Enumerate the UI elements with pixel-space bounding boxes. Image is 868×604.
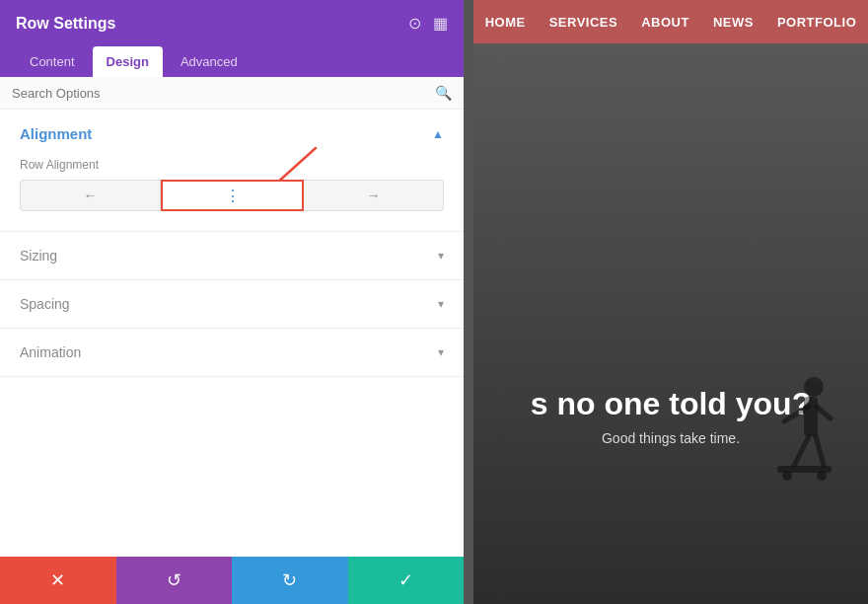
align-center-button[interactable]: ⋮ [161,180,304,211]
redo-button[interactable]: ↻ [232,557,348,604]
svg-point-8 [817,471,827,481]
row-settings-panel: Row Settings ⊙ ▦ Content Design Advanced… [0,0,464,604]
sizing-chevron-icon: ▾ [438,249,444,263]
spacing-section-title: Spacing [20,296,70,312]
svg-line-3 [817,407,831,418]
nav-services[interactable]: SERVICES [549,15,618,30]
alignment-section: Alignment ▲ Row Alignment ← ⋮ → [0,110,464,232]
align-left-button[interactable]: ← [20,180,161,211]
skater-silhouette [760,367,838,525]
panel-body: Alignment ▲ Row Alignment ← ⋮ → [0,110,464,557]
svg-rect-1 [804,397,818,436]
svg-point-0 [804,377,824,397]
alignment-options: ← ⋮ → [20,180,444,211]
alignment-section-title: Alignment [20,125,92,142]
align-right-button[interactable]: → [304,180,444,211]
spacing-section-header[interactable]: Spacing ▾ [0,280,464,328]
cancel-button[interactable]: ✕ [0,557,116,604]
nav-news[interactable]: NEWS [713,15,754,30]
sizing-section: Sizing ▾ [0,232,464,280]
undo-button[interactable]: ↺ [116,557,233,604]
panel-title: Row Settings [16,15,115,33]
settings-icon[interactable]: ⊙ [408,14,421,33]
svg-line-4 [794,436,809,466]
tab-content[interactable]: Content [16,46,89,77]
save-icon: ✓ [398,569,413,591]
panel-header: Row Settings ⊙ ▦ [0,0,464,46]
save-button[interactable]: ✓ [348,557,465,604]
sizing-section-title: Sizing [20,248,57,264]
panel-footer: ✕ ↺ ↻ ✓ [0,557,464,604]
svg-line-5 [816,436,824,466]
redo-icon: ↻ [282,569,297,591]
cancel-icon: ✕ [50,569,65,591]
animation-section: Animation ▾ [0,329,464,377]
alignment-section-header[interactable]: Alignment ▲ [0,110,464,158]
panel-header-icons: ⊙ ▦ [408,14,448,33]
align-right-icon: → [367,188,381,203]
nav-home[interactable]: HOME [485,15,526,30]
alignment-chevron-icon: ▲ [432,127,444,141]
sizing-section-header[interactable]: Sizing ▾ [0,232,464,279]
nav-portfolio[interactable]: PORTFOLIO [777,15,856,30]
tab-design[interactable]: Design [93,46,163,77]
alignment-section-content: Row Alignment ← ⋮ → [0,158,464,231]
align-center-icon: ⋮ [225,187,241,205]
search-input[interactable] [12,86,435,101]
animation-chevron-icon: ▾ [438,345,444,359]
row-alignment-label: Row Alignment [20,158,444,172]
tab-advanced[interactable]: Advanced [167,46,252,77]
align-left-icon: ← [84,188,98,203]
spacing-chevron-icon: ▾ [438,297,444,311]
search-bar: 🔍 [0,77,464,110]
animation-section-title: Animation [20,344,81,360]
search-icon: 🔍 [435,85,452,101]
svg-point-7 [782,471,792,481]
animation-section-header[interactable]: Animation ▾ [0,329,464,376]
grid-icon[interactable]: ▦ [433,14,448,33]
nav-bar: HOME SERVICES ABOUT NEWS PORTFOLIO [473,0,868,43]
settings-tabs: Content Design Advanced [0,46,464,77]
nav-about[interactable]: ABOUT [641,15,689,30]
undo-icon: ↺ [167,569,181,591]
hero-section: s no one told you? Good things take time… [473,43,868,604]
spacing-section: Spacing ▾ [0,280,464,329]
